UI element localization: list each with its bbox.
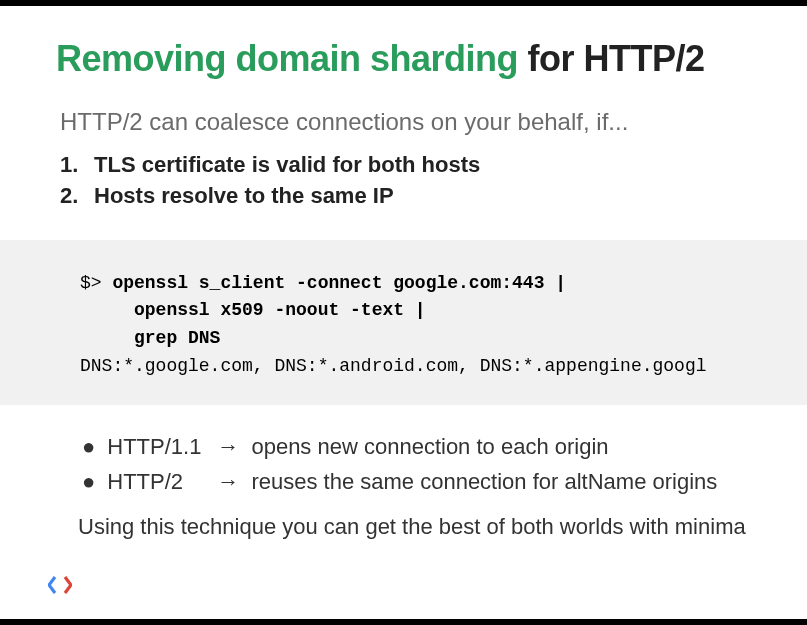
bullet-dot: ● <box>82 429 95 464</box>
bullet-text: opens new connection to each origin <box>251 434 608 459</box>
title-highlighted: Removing domain sharding <box>56 38 518 79</box>
condition-text: Hosts resolve to the same IP <box>94 183 394 208</box>
conditions-list: 1.TLS certificate is valid for both host… <box>0 136 807 212</box>
condition-item: 2.Hosts resolve to the same IP <box>60 181 807 212</box>
code-command: openssl x509 -noout -text | <box>80 300 426 320</box>
condition-number: 2. <box>60 181 94 212</box>
code-prompt: $> <box>80 273 112 293</box>
condition-text: TLS certificate is valid for both hosts <box>94 152 480 177</box>
google-developers-logo-icon <box>48 573 72 601</box>
bullet-dot: ● <box>82 464 95 499</box>
slide: Removing domain sharding for HTTP/2 HTTP… <box>0 6 807 619</box>
bullet-text: reuses the same connection for altName o… <box>251 469 717 494</box>
bullet-item: ● HTTP/1.1→ opens new connection to each… <box>82 429 807 464</box>
arrow-icon: → <box>217 434 239 459</box>
code-block: $> openssl s_client -connect google.com:… <box>0 240 807 406</box>
condition-number: 1. <box>60 150 94 181</box>
code-command: openssl s_client -connect google.com:443… <box>112 273 566 293</box>
arrow-icon: → <box>217 469 239 494</box>
subtitle: HTTP/2 can coalesce connections on your … <box>0 80 807 136</box>
condition-item: 1.TLS certificate is valid for both host… <box>60 150 807 181</box>
code-command: grep DNS <box>80 328 220 348</box>
bullet-protocol: HTTP/1.1 <box>107 429 211 464</box>
bullet-protocol: HTTP/2 <box>107 464 211 499</box>
code-output: DNS:*.google.com, DNS:*.android.com, DNS… <box>80 356 707 376</box>
slide-title: Removing domain sharding for HTTP/2 <box>0 6 807 80</box>
bullets-list: ● HTTP/1.1→ opens new connection to each… <box>0 405 807 499</box>
title-rest: for HTTP/2 <box>518 38 705 79</box>
bullet-item: ● HTTP/2→ reuses the same connection for… <box>82 464 807 499</box>
footnote: Using this technique you can get the bes… <box>0 500 807 540</box>
